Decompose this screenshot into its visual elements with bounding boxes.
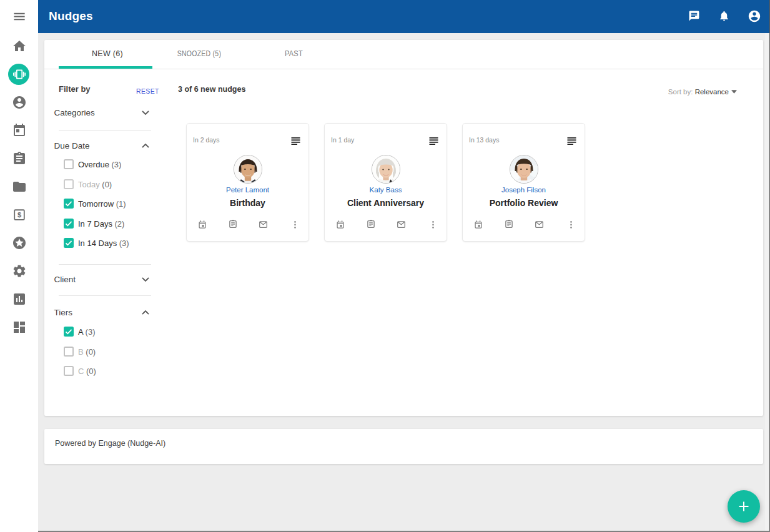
svg-text:$: $ [17, 211, 21, 219]
